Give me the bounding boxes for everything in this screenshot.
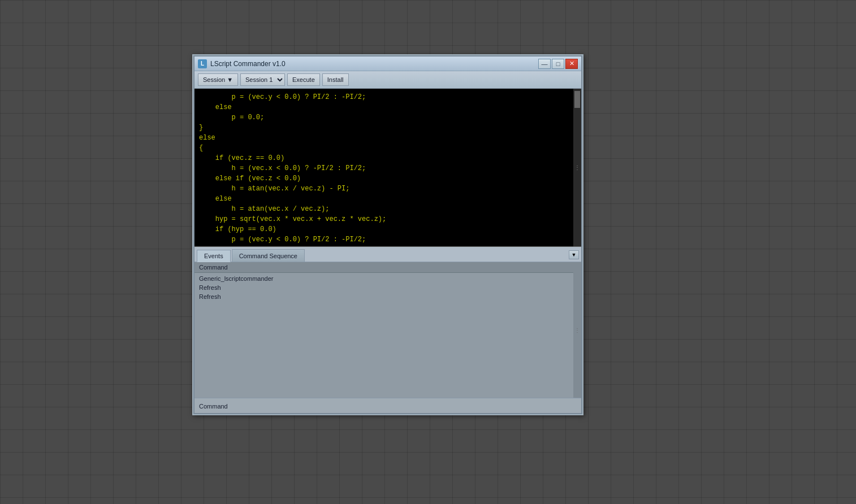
command-label: Command xyxy=(199,403,228,410)
events-panel: Command Generic_lscriptcommander Refresh… xyxy=(194,262,581,398)
window-title: LScript Commander v1.0 xyxy=(210,60,538,68)
events-list: Generic_lscriptcommander Refresh Refresh xyxy=(194,273,581,302)
session-select[interactable]: Session 1 xyxy=(240,73,285,86)
code-scrollbar[interactable]: ⋮ xyxy=(573,89,581,246)
events-header: Command xyxy=(194,262,581,273)
session-dropdown-arrow: ▼ xyxy=(227,76,233,83)
events-scrollbar[interactable]: ⋮ xyxy=(573,262,581,398)
toolbar: Session ▼ Session 1 Execute Install xyxy=(194,71,581,89)
tabs-bar: Events Command Sequence ▼ xyxy=(194,247,581,262)
session-menu-button[interactable]: Session ▼ xyxy=(198,73,238,86)
code-content: p = (vec.y < 0.0) ? PI/2 : -PI/2; else p… xyxy=(199,92,577,247)
title-bar: L LScript Commander v1.0 — □ ✕ xyxy=(194,57,581,71)
scrollbar-thumb[interactable] xyxy=(574,91,580,108)
maximize-button[interactable]: □ xyxy=(552,59,564,69)
tab-dropdown-button[interactable]: ▼ xyxy=(569,250,579,259)
close-button[interactable]: ✕ xyxy=(565,59,578,69)
install-button[interactable]: Install xyxy=(322,73,349,86)
window-controls: — □ ✕ xyxy=(538,59,578,69)
main-window: L LScript Commander v1.0 — □ ✕ Session ▼… xyxy=(192,54,583,415)
command-bar: Command xyxy=(194,398,581,413)
app-icon: L xyxy=(198,59,207,68)
tab-command-sequence[interactable]: Command Sequence xyxy=(232,249,305,262)
list-item[interactable]: Refresh xyxy=(194,292,581,301)
minimize-button[interactable]: — xyxy=(538,59,551,69)
list-item[interactable]: Generic_lscriptcommander xyxy=(194,274,581,283)
execute-button[interactable]: Execute xyxy=(287,73,320,86)
tab-events[interactable]: Events xyxy=(197,250,231,262)
code-editor[interactable]: p = (vec.y < 0.0) ? PI/2 : -PI/2; else p… xyxy=(194,89,581,247)
list-item[interactable]: Refresh xyxy=(194,283,581,292)
